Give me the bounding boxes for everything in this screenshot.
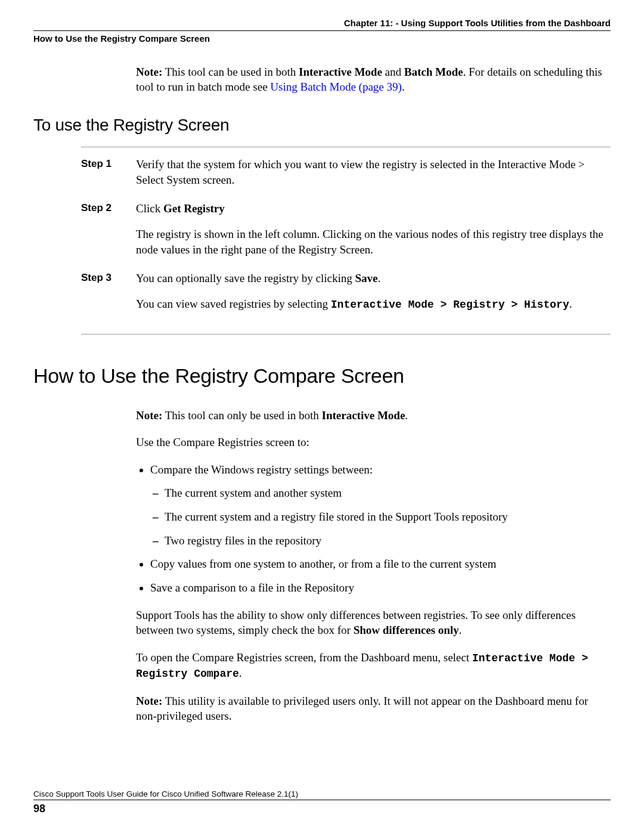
bullet-3: Save a comparison to a file in the Repos… xyxy=(150,580,611,596)
section-header: How to Use the Registry Compare Screen xyxy=(33,30,611,44)
note1-bold1: Interactive Mode xyxy=(299,66,382,78)
step-3-label: Step 3 xyxy=(81,271,136,284)
h1-text: How to Use the Registry Compare Screen xyxy=(33,364,404,387)
dash-3: Two registry files in the repository xyxy=(165,533,611,549)
note-block-3: Note: This utility is available to privi… xyxy=(136,693,611,724)
step-3-body: You can optionally save the registry by … xyxy=(136,271,611,323)
batch-mode-link[interactable]: Using Batch Mode (page 39) xyxy=(270,80,402,93)
step-row-3: Step 3 You can optionally save the regis… xyxy=(81,271,611,323)
heading-how-to-use-registry-compare: How to Use the Registry Compare Screen xyxy=(33,364,611,388)
footer-title: Cisco Support Tools User Guide for Cisco… xyxy=(33,789,611,800)
step-3-para-pre: You can view saved registries by selecti… xyxy=(136,298,331,310)
dashes-list: The current system and another system Th… xyxy=(150,485,611,548)
bullet-2: Copy values from one system to another, … xyxy=(150,556,611,572)
step-2-para: The registry is shown in the left column… xyxy=(136,227,611,257)
step-2-bold: Get Registry xyxy=(163,202,225,215)
step-2-label: Step 2 xyxy=(81,201,136,214)
compare-section-body: Note: This tool can only be used in both… xyxy=(136,408,611,724)
diff-suf: . xyxy=(459,624,462,636)
steps-bottom-rule xyxy=(81,326,611,335)
dash-2: The current system and a registry file s… xyxy=(165,509,611,525)
note3-label: Note: xyxy=(136,695,162,707)
section-title-text: How to Use the Registry Compare Screen xyxy=(33,33,210,44)
note1-prefix: This tool can be used in both xyxy=(162,66,299,78)
step-3-mono: Interactive Mode > Registry > History xyxy=(331,299,569,311)
step-2-pre: Click xyxy=(136,202,163,215)
note3-text: This utility is available to privileged … xyxy=(136,695,588,723)
step-1-body: Verify that the system for which you wan… xyxy=(136,157,611,198)
step-3-pre: You can optionally save the registry by … xyxy=(136,272,355,284)
note-block-1: Note: This tool can be used in both Inte… xyxy=(136,65,611,94)
bullet-1: Compare the Windows registry settings be… xyxy=(150,462,611,549)
open-suf: . xyxy=(239,667,242,679)
compare-bullets: Compare the Windows registry settings be… xyxy=(136,462,611,596)
note2-pre: This tool can only be used in both xyxy=(162,409,321,422)
dash-1: The current system and another system xyxy=(165,485,611,501)
step-1-text: Verify that the system for which you wan… xyxy=(136,157,611,187)
note2-bold: Interactive Mode xyxy=(322,409,405,422)
note-block-2: Note: This tool can only be used in both… xyxy=(136,408,611,423)
diff-paragraph: Support Tools has the ability to show on… xyxy=(136,608,611,638)
open-paragraph: To open the Compare Registries screen, f… xyxy=(136,650,611,682)
note2-suf: . xyxy=(405,409,408,422)
step-2-body: Click Get Registry The registry is shown… xyxy=(136,201,611,268)
step-1-label: Step 1 xyxy=(81,157,136,170)
note1-mid: and xyxy=(382,66,404,78)
diff-bold: Show differences only xyxy=(354,624,459,636)
step-row-1: Step 1 Verify that the system for which … xyxy=(81,157,611,198)
step-row-2: Step 2 Click Get Registry The registry i… xyxy=(81,201,611,268)
compare-intro: Use the Compare Registries screen to: xyxy=(136,435,611,450)
note-label: Note: xyxy=(136,66,162,78)
note2-label: Note: xyxy=(136,409,162,422)
note1-suffix: . xyxy=(402,80,405,93)
steps-container: Step 1 Verify that the system for which … xyxy=(81,147,611,323)
footer-page-number: 98 xyxy=(33,800,611,815)
chapter-title-text: Chapter 11: - Using Support Tools Utilit… xyxy=(344,18,611,28)
note1-bold2: Batch Mode xyxy=(404,66,463,78)
page-footer: Cisco Support Tools User Guide for Cisco… xyxy=(33,789,611,815)
open-pre: To open the Compare Registries screen, f… xyxy=(136,651,472,664)
page-container: Chapter 11: - Using Support Tools Utilit… xyxy=(0,0,644,833)
step-3-bold: Save xyxy=(355,272,377,284)
heading-to-use-registry-screen: To use the Registry Screen xyxy=(33,116,611,135)
chapter-header: Chapter 11: - Using Support Tools Utilit… xyxy=(33,18,611,28)
h2-text: To use the Registry Screen xyxy=(33,116,229,134)
bullet-1-text: Compare the Windows registry settings be… xyxy=(150,463,373,476)
step-3-suf: . xyxy=(377,272,380,284)
step-3-para-suf: . xyxy=(569,298,572,310)
